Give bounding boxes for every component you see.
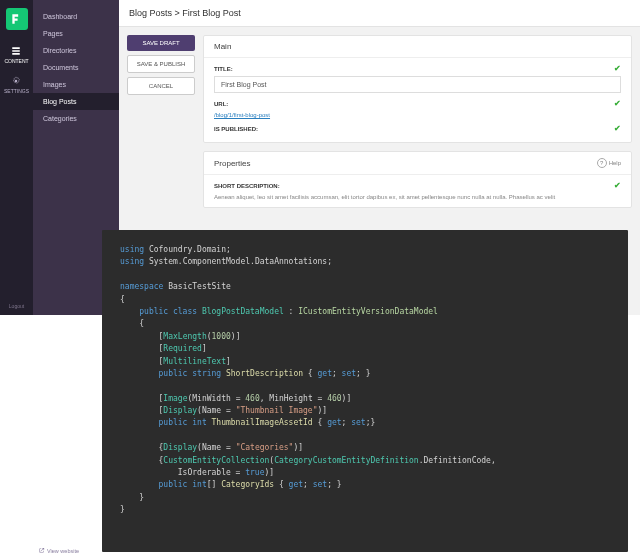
cancel-button[interactable]: CANCEL — [127, 77, 195, 95]
short-desc-label: SHORT DESCRIPTION: ✔ — [214, 181, 621, 190]
breadcrumb-sep: > — [175, 8, 180, 18]
url-link[interactable]: /blog/1/first-blog-post — [214, 112, 270, 118]
properties-panel-header: Properties Help — [204, 152, 631, 175]
external-link-icon — [38, 547, 45, 554]
sidebar-item-blogposts[interactable]: Blog Posts — [33, 93, 119, 110]
save-publish-button[interactable]: SAVE & PUBLISH — [127, 55, 195, 73]
code-overlay: using Cofoundry.Domain; using System.Com… — [102, 230, 628, 552]
check-icon: ✔ — [614, 64, 621, 73]
check-icon: ✔ — [614, 181, 621, 190]
breadcrumb-current: First Blog Post — [182, 8, 241, 18]
short-desc-value: Aenean aliquet, leo sit amet facilisis a… — [214, 193, 621, 201]
sidebar-item-documents[interactable]: Documents — [33, 59, 119, 76]
breadcrumb: Blog Posts > First Blog Post — [119, 0, 640, 27]
gear-icon — [11, 76, 21, 86]
code-block: using Cofoundry.Domain; using System.Com… — [120, 244, 610, 517]
rail-content[interactable]: CONTENT — [4, 46, 28, 64]
rail-logout[interactable]: Logout — [9, 303, 24, 309]
save-draft-button[interactable]: SAVE DRAFT — [127, 35, 195, 51]
logo-icon — [10, 12, 24, 26]
sidebar-item-dashboard[interactable]: Dashboard — [33, 8, 119, 25]
sidebar-item-categories[interactable]: Categories — [33, 110, 119, 127]
sidebar-item-directories[interactable]: Directories — [33, 42, 119, 59]
sidebar-item-images[interactable]: Images — [33, 76, 119, 93]
view-website-link[interactable]: View website — [38, 547, 79, 554]
nav-rail: CONTENT SETTINGS Logout — [0, 0, 33, 315]
title-label: TITLE: ✔ — [214, 64, 621, 73]
breadcrumb-parent[interactable]: Blog Posts — [129, 8, 172, 18]
check-icon: ✔ — [614, 99, 621, 108]
url-label: URL: ✔ — [214, 99, 621, 108]
help-link[interactable]: Help — [597, 158, 621, 168]
sidebar-item-pages[interactable]: Pages — [33, 25, 119, 42]
rail-settings[interactable]: SETTINGS — [4, 76, 29, 94]
properties-panel: Properties Help SHORT DESCRIPTION: ✔ Aen… — [203, 151, 632, 208]
check-icon: ✔ — [614, 124, 621, 133]
main-panel: Main TITLE: ✔ First Blog Post URL: ✔ /bl… — [203, 35, 632, 143]
logo[interactable] — [6, 8, 28, 30]
published-label: IS PUBLISHED: ✔ — [214, 124, 621, 133]
main-panel-header: Main — [204, 36, 631, 58]
svg-point-0 — [15, 80, 18, 83]
title-input[interactable]: First Blog Post — [214, 76, 621, 93]
content-icon — [11, 46, 21, 56]
